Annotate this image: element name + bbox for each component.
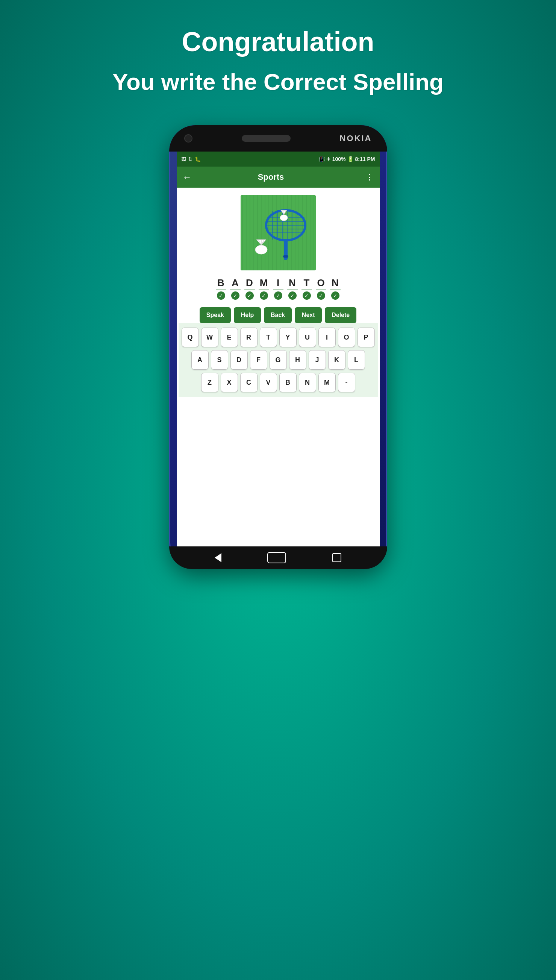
key-N[interactable]: N <box>299 373 316 392</box>
svg-point-17 <box>255 245 267 254</box>
letter-cell-N2: N ✓ <box>330 277 341 300</box>
image-status-icon: 🖼 <box>181 157 186 162</box>
keyboard-row-2: A S D F G H J K L <box>191 350 365 370</box>
subtitle-text: You write the Correct Spelling <box>112 68 444 95</box>
key-V[interactable]: V <box>260 373 277 392</box>
letter-cell-I: I ✓ <box>273 277 283 300</box>
key-T[interactable]: T <box>260 328 277 347</box>
check-icon: ✓ <box>246 291 254 300</box>
usb-status-icon: ⇅ <box>188 157 192 162</box>
letter-cell-M: M ✓ <box>259 277 269 300</box>
letter-char: T <box>302 277 312 290</box>
key-X[interactable]: X <box>221 373 238 392</box>
check-icon: ✓ <box>317 291 325 300</box>
phone-top-bar: NOKIA <box>169 125 387 152</box>
key-M[interactable]: M <box>318 373 336 392</box>
letter-cell-A: A ✓ <box>230 277 241 300</box>
key-C[interactable]: C <box>240 373 257 392</box>
app-bar: ← Sports ⋮ <box>177 167 380 188</box>
status-bar: 🖼 ⇅ 🐛 📳 ✈ 100% 🔋 8:11 PM <box>177 152 380 167</box>
key-Q[interactable]: Q <box>181 328 199 347</box>
word-display: B ✓ A ✓ D ✓ M ✓ <box>212 277 344 300</box>
letter-char: D <box>244 277 255 290</box>
key-P[interactable]: P <box>357 328 375 347</box>
status-left-icons: 🖼 ⇅ 🐛 <box>181 157 201 162</box>
letter-char: N <box>330 277 341 290</box>
clock-time: 8:11 PM <box>355 156 375 162</box>
phone-device: NOKIA 🖼 ⇅ 🐛 📳 ✈ 100% 🔋 8:11 PM <box>169 125 387 569</box>
check-icon: ✓ <box>288 291 297 300</box>
action-buttons: Speak Help Back Next Delete <box>197 307 359 323</box>
back-action-button[interactable]: Back <box>264 307 292 323</box>
letter-cell-T: T ✓ <box>302 277 312 300</box>
menu-button[interactable]: ⋮ <box>365 172 374 182</box>
key-E[interactable]: E <box>221 328 238 347</box>
key-U[interactable]: U <box>299 328 316 347</box>
svg-point-22 <box>280 215 288 221</box>
keyboard-row-3: Z X C V B N M - <box>201 373 355 392</box>
key-R[interactable]: R <box>240 328 257 347</box>
help-button[interactable]: Help <box>234 307 261 323</box>
check-icon: ✓ <box>302 291 311 300</box>
key-J[interactable]: J <box>309 350 326 370</box>
sport-image <box>241 195 316 270</box>
speak-button[interactable]: Speak <box>200 307 231 323</box>
letter-char: O <box>316 277 326 290</box>
letter-cell-D: D ✓ <box>244 277 255 300</box>
check-icon: ✓ <box>231 291 239 300</box>
letter-char: B <box>216 277 226 290</box>
key-A[interactable]: A <box>191 350 208 370</box>
key-L[interactable]: L <box>348 350 365 370</box>
home-nav-icon[interactable] <box>267 552 286 563</box>
phone-screen: 🖼 ⇅ 🐛 📳 ✈ 100% 🔋 8:11 PM ← Sports ⋮ <box>177 152 380 547</box>
battery-percent: 100% <box>332 156 346 162</box>
nokia-brand: NOKIA <box>340 134 372 143</box>
keyboard-row-1: Q W E R T Y U I O P <box>181 328 375 347</box>
key-F[interactable]: F <box>250 350 267 370</box>
delete-button[interactable]: Delete <box>325 307 356 323</box>
battery-icon: 🔋 <box>348 156 354 162</box>
key-I[interactable]: I <box>318 328 336 347</box>
vibrate-icon: 📳 <box>318 156 325 162</box>
letter-cell-O: O ✓ <box>316 277 326 300</box>
key-Z[interactable]: Z <box>201 373 218 392</box>
letter-char: I <box>273 277 283 290</box>
key-H[interactable]: H <box>289 350 306 370</box>
content-area: B ✓ A ✓ D ✓ M ✓ <box>177 188 380 547</box>
phone-speaker <box>242 135 291 142</box>
check-icon: ✓ <box>274 291 282 300</box>
key-Y[interactable]: Y <box>279 328 297 347</box>
keyboard: Q W E R T Y U I O P A S <box>179 323 378 397</box>
bug-status-icon: 🐛 <box>195 157 201 162</box>
check-icon: ✓ <box>217 291 225 300</box>
letter-cell-B: B ✓ <box>216 277 226 300</box>
check-icon: ✓ <box>260 291 268 300</box>
next-button[interactable]: Next <box>295 307 322 323</box>
key-D[interactable]: D <box>230 350 248 370</box>
app-title: Sports <box>184 172 358 182</box>
phone-camera <box>184 134 192 142</box>
letter-char: M <box>259 277 269 290</box>
letter-char: N <box>287 277 298 290</box>
key-S[interactable]: S <box>211 350 228 370</box>
key-K[interactable]: K <box>328 350 346 370</box>
phone-bottom-nav <box>169 547 387 569</box>
check-icon: ✓ <box>331 291 339 300</box>
key-B[interactable]: B <box>279 373 297 392</box>
key-W[interactable]: W <box>201 328 218 347</box>
status-right-info: 📳 ✈ 100% 🔋 8:11 PM <box>318 156 375 162</box>
key-O[interactable]: O <box>338 328 355 347</box>
key-G[interactable]: G <box>270 350 287 370</box>
congratulation-heading: Congratulation <box>182 26 375 57</box>
letter-cell-N: N ✓ <box>287 277 298 300</box>
airplane-icon: ✈ <box>326 156 331 162</box>
phone-body: NOKIA 🖼 ⇅ 🐛 📳 ✈ 100% 🔋 8:11 PM <box>169 125 387 569</box>
back-nav-icon[interactable] <box>215 553 221 562</box>
letter-char: A <box>230 277 241 290</box>
svg-rect-16 <box>283 256 288 257</box>
recents-nav-icon[interactable] <box>332 553 341 562</box>
key-hyphen[interactable]: - <box>338 373 355 392</box>
